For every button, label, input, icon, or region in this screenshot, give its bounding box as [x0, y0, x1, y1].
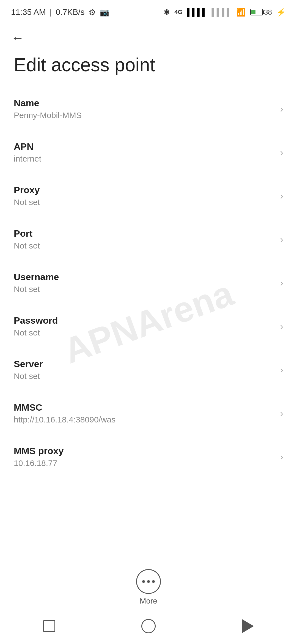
settings-item-value-name: Penny-Mobil-MMS [14, 111, 275, 120]
settings-item-mmsc[interactable]: MMSChttp://10.16.18.4:38090/was› [14, 392, 283, 435]
nav-recent-button[interactable] [43, 620, 55, 632]
settings-item-username[interactable]: UsernameNot set› [14, 261, 283, 305]
settings-item-value-password: Not set [14, 328, 275, 337]
status-right: ✱ 4G ▌▌▌▌ ▌▌▌▌ 📶 38 ⚡ [164, 8, 286, 17]
signal-bars2-icon: ▌▌▌▌ [211, 8, 232, 17]
settings-item-server[interactable]: ServerNot set› [14, 348, 283, 392]
more-label: More [140, 597, 157, 605]
settings-icon: ⚙ [89, 7, 96, 17]
nav-back-button[interactable] [242, 619, 254, 633]
settings-item-label-proxy: Proxy [14, 185, 275, 195]
settings-item-name[interactable]: NamePenny-Mobil-MMS› [14, 87, 283, 131]
data-speed: 0.7KB/s [56, 7, 85, 17]
settings-item-content-username: UsernameNot set [14, 272, 275, 294]
signal-4g-icon: 4G [174, 9, 182, 16]
settings-item-label-apn: APN [14, 141, 275, 152]
wifi-icon: 📶 [236, 8, 246, 17]
settings-item-value-port: Not set [14, 241, 275, 250]
status-left: 11:35 AM | 0.7KB/s ⚙ 📷 [11, 7, 109, 17]
settings-item-content-proxy: ProxyNot set [14, 185, 275, 207]
time-display: 11:35 AM [11, 7, 46, 17]
chevron-icon-name: › [280, 103, 283, 114]
more-dots-icon [142, 580, 155, 583]
more-button-container: More [0, 569, 297, 605]
chevron-icon-port: › [280, 234, 283, 245]
settings-item-port[interactable]: PortNot set› [14, 218, 283, 261]
back-icon [242, 619, 254, 633]
settings-item-label-password: Password [14, 315, 275, 326]
charging-icon: ⚡ [276, 8, 286, 17]
settings-item-content-name: NamePenny-Mobil-MMS [14, 98, 275, 120]
chevron-icon-password: › [280, 321, 283, 332]
settings-item-value-proxy: Not set [14, 198, 275, 207]
settings-item-proxy[interactable]: ProxyNot set› [14, 174, 283, 218]
settings-item-label-port: Port [14, 228, 275, 239]
chevron-icon-mmsc: › [280, 408, 283, 419]
settings-item-value-apn: internet [14, 154, 275, 163]
video-icon: 📷 [100, 8, 109, 17]
settings-item-label-mmsc: MMSC [14, 402, 275, 413]
more-button[interactable] [136, 569, 161, 594]
nav-bar [0, 608, 297, 644]
settings-item-mms-proxy[interactable]: MMS proxy10.16.18.77› [14, 435, 283, 479]
bluetooth-icon: ✱ [164, 8, 170, 17]
back-arrow-icon: ← [11, 31, 24, 45]
settings-item-content-apn: APNinternet [14, 141, 275, 163]
settings-item-label-server: Server [14, 359, 275, 369]
signal-bars-icon: ▌▌▌▌ [187, 8, 207, 17]
settings-list: NamePenny-Mobil-MMS›APNinternet›ProxyNot… [0, 87, 297, 479]
settings-item-label-mms-proxy: MMS proxy [14, 446, 275, 456]
page-title: Edit access point [0, 48, 297, 87]
battery-indicator: 38 [250, 8, 272, 17]
settings-item-value-username: Not set [14, 285, 275, 294]
chevron-icon-username: › [280, 277, 283, 288]
recent-apps-icon [43, 620, 55, 632]
settings-item-value-mms-proxy: 10.16.18.77 [14, 459, 275, 468]
settings-item-content-mms-proxy: MMS proxy10.16.18.77 [14, 446, 275, 468]
nav-home-button[interactable] [141, 619, 156, 633]
settings-item-content-port: PortNot set [14, 228, 275, 250]
chevron-icon-mms-proxy: › [280, 451, 283, 462]
settings-item-content-server: ServerNot set [14, 359, 275, 381]
back-button[interactable]: ← [0, 22, 297, 48]
home-icon [141, 619, 156, 633]
chevron-icon-apn: › [280, 147, 283, 158]
settings-item-value-server: Not set [14, 372, 275, 381]
status-bar: 11:35 AM | 0.7KB/s ⚙ 📷 ✱ 4G ▌▌▌▌ ▌▌▌▌ 📶 … [0, 0, 297, 22]
chevron-icon-server: › [280, 364, 283, 375]
speed-display: | [50, 7, 52, 17]
settings-item-password[interactable]: PasswordNot set› [14, 305, 283, 348]
settings-item-label-name: Name [14, 98, 275, 108]
chevron-icon-proxy: › [280, 190, 283, 201]
settings-item-label-username: Username [14, 272, 275, 282]
settings-item-content-mmsc: MMSChttp://10.16.18.4:38090/was [14, 402, 275, 424]
settings-item-content-password: PasswordNot set [14, 315, 275, 337]
settings-item-apn[interactable]: APNinternet› [14, 131, 283, 174]
settings-item-value-mmsc: http://10.16.18.4:38090/was [14, 415, 275, 424]
